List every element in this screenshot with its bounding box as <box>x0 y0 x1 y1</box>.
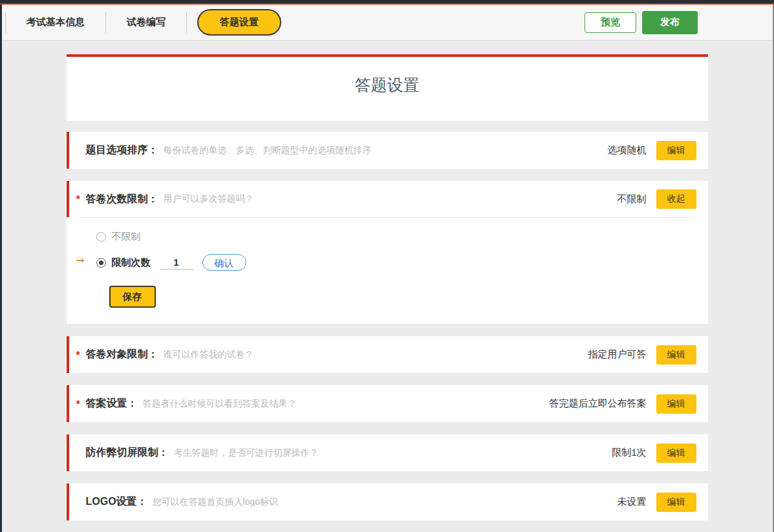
setting-label: 防作弊切屏限制： <box>86 446 169 460</box>
setting-description: 每份试卷的单选、多选、判断题型中的选项随机排序 <box>164 145 372 156</box>
publish-button[interactable]: 发布 <box>642 11 698 34</box>
radio-limited[interactable] <box>96 258 106 268</box>
radio-limited-label[interactable]: 限制次数 <box>112 257 151 269</box>
setting-row-option-ordering: 题目选项排序： 每份试卷的单选、多选、判断题型中的选项随机排序 选项随机 编辑 <box>67 132 708 169</box>
tab-divider <box>105 12 106 33</box>
setting-description: 谁可以作答我的试卷？ <box>164 349 254 361</box>
required-mark: * <box>76 399 80 410</box>
tab-exam-basic-info[interactable]: 考试基本信息 <box>27 16 85 28</box>
title-card: 答题设置 <box>67 54 708 121</box>
edit-button[interactable]: 编辑 <box>656 493 696 512</box>
setting-description: 用户可以多次答题吗？ <box>164 193 254 205</box>
tab-paper-writing[interactable]: 试卷编写 <box>127 16 166 28</box>
tab-answer-settings-active[interactable]: 答题设置 <box>197 9 281 36</box>
collapse-button[interactable]: 收起 <box>656 189 696 209</box>
edit-button[interactable]: 编辑 <box>656 345 696 365</box>
confirm-button[interactable]: 确认 <box>202 254 246 271</box>
setting-status: 未设置 <box>618 496 647 508</box>
option-limited-row: ➞ 限制次数 确认 <box>96 253 708 271</box>
setting-status: 选项随机 <box>608 144 647 156</box>
setting-status: 限制1次 <box>612 447 646 459</box>
setting-card-attempt-limit: * 答卷次数限制： 用户可以多次答题吗？ 不限制 收起 不限制 ➞ 限制次数 确… <box>67 181 708 324</box>
setting-label: 答案设置： <box>86 397 138 410</box>
setting-status: 不限制 <box>618 193 647 206</box>
save-button[interactable]: 保存 <box>109 286 156 308</box>
tab-divider <box>5 12 6 33</box>
setting-row-anti-cheat: 防作弊切屏限制： 考生答题时，是否可进行切屏操作？ 限制1次 编辑 <box>67 434 708 471</box>
radio-unlimited-label[interactable]: 不限制 <box>112 231 141 243</box>
page-content: 答题设置 题目选项排序： 每份试卷的单选、多选、判断题型中的选项随机排序 选项随… <box>0 41 774 520</box>
current-selection-arrow-icon: ➞ <box>76 255 85 266</box>
setting-status: 答完题后立即公布答案 <box>550 398 647 410</box>
window-left-edge <box>0 5 2 532</box>
setting-row-respondent-restriction: * 答卷对象限制： 谁可以作答我的试卷？ 指定用户可答 编辑 <box>67 336 708 373</box>
required-mark: * <box>76 194 80 206</box>
setting-label: LOGO设置： <box>86 495 147 509</box>
setting-row-answer-visibility: * 答案设置： 答题者什么时候可以看到答案及结果？ 答完题后立即公布答案 编辑 <box>67 385 708 422</box>
option-unlimited-row: 不限制 <box>96 228 708 246</box>
setting-label: 答卷次数限制： <box>86 193 158 206</box>
preview-button[interactable]: 预览 <box>585 12 636 33</box>
edit-button[interactable]: 编辑 <box>656 443 696 463</box>
setting-row-logo: LOGO设置： 您可以在答题首页插入logo标识 未设置 编辑 <box>67 484 708 520</box>
page-title: 答题设置 <box>67 57 708 96</box>
tab-divider <box>186 12 187 33</box>
setting-label: 题目选项排序： <box>86 144 158 157</box>
attempt-limit-panel: 不限制 ➞ 限制次数 确认 保存 <box>67 218 708 324</box>
limit-count-input[interactable] <box>160 255 193 270</box>
top-header: 考试基本信息 试卷编写 答题设置 预览 发布 <box>0 5 774 41</box>
setting-status: 指定用户可答 <box>588 348 647 361</box>
edit-button[interactable]: 编辑 <box>656 141 696 160</box>
setting-description: 您可以在答题首页插入logo标识 <box>153 496 278 508</box>
setting-description: 考生答题时，是否可进行切屏操作？ <box>174 447 319 459</box>
setting-row-attempt-limit: * 答卷次数限制： 用户可以多次答题吗？ 不限制 收起 <box>67 181 708 217</box>
setting-label: 答卷对象限制： <box>86 348 158 361</box>
edit-button[interactable]: 编辑 <box>656 394 696 414</box>
radio-unlimited[interactable] <box>96 232 106 242</box>
required-mark: * <box>76 350 80 361</box>
setting-description: 答题者什么时候可以看到答案及结果？ <box>143 398 297 410</box>
